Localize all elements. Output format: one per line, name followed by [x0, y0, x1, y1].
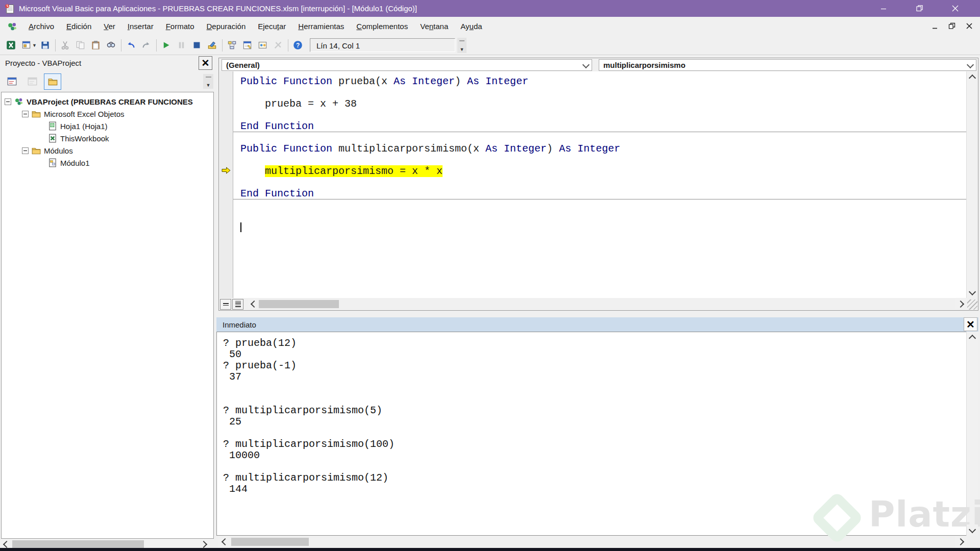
- procedure-view-button[interactable]: [220, 299, 231, 310]
- menubar-project-icon: [7, 21, 17, 32]
- immediate-line: [223, 383, 966, 394]
- window-close-icon[interactable]: [943, 0, 967, 17]
- menu-item-ventana[interactable]: Ventana: [414, 19, 454, 34]
- immediate-hscrollbar[interactable]: [216, 536, 967, 548]
- menu-item-herramientas[interactable]: Herramientas: [292, 19, 350, 34]
- scroll-right-icon[interactable]: [955, 536, 967, 547]
- project-explorer-button[interactable]: [225, 38, 239, 53]
- tree-item-label: Módulos: [44, 146, 73, 155]
- run-button[interactable]: [159, 38, 174, 53]
- worksheet-icon: [48, 121, 57, 131]
- immediate-close-icon[interactable]: ✕: [964, 317, 977, 331]
- menu-item-complementos[interactable]: Complementos: [350, 19, 414, 34]
- immediate-vscrollbar[interactable]: [966, 332, 978, 536]
- save-button[interactable]: [38, 38, 53, 53]
- toolbox-button[interactable]: [271, 38, 285, 53]
- folder-icon: [32, 146, 41, 155]
- toolbar-separator: [288, 39, 288, 52]
- document-minimize-icon[interactable]: [927, 19, 942, 33]
- scrollbar-thumb[interactable]: [12, 540, 144, 548]
- menu-item-edicion[interactable]: Edición: [60, 19, 97, 34]
- design-mode-button[interactable]: [205, 38, 219, 53]
- menu-item-ayuda[interactable]: Ayuda: [454, 19, 488, 34]
- collapse-minus-icon[interactable]: [22, 147, 29, 154]
- resize-grip[interactable]: [967, 299, 977, 310]
- view-object-button[interactable]: [23, 73, 41, 90]
- immediate-line: 25: [223, 416, 966, 428]
- menu-item-ejecutar[interactable]: Ejecutar: [252, 19, 292, 34]
- scroll-left-icon[interactable]: [248, 298, 259, 310]
- full-module-view-button[interactable]: [232, 299, 243, 310]
- module-icon: [48, 158, 57, 167]
- scroll-up-icon[interactable]: [967, 332, 978, 343]
- window-minimize-icon[interactable]: [872, 0, 895, 17]
- collapse-minus-icon[interactable]: [5, 98, 11, 105]
- project-panel-options-dropdown[interactable]: ▼: [203, 74, 213, 89]
- run-icon: [161, 40, 171, 50]
- tree-item-microsoft-excel-objetos[interactable]: Microsoft Excel Objetos: [2, 108, 213, 120]
- menu-item-insertar[interactable]: Insertar: [121, 19, 160, 34]
- scroll-down-icon[interactable]: [967, 287, 978, 298]
- window-restore-icon[interactable]: [908, 0, 931, 17]
- paste-button[interactable]: [89, 38, 103, 53]
- scrollbar-thumb[interactable]: [231, 538, 309, 546]
- tree-item-thisworkbook[interactable]: ThisWorkbook: [2, 132, 213, 144]
- insert-userform-button[interactable]: [19, 38, 33, 53]
- tree-item-modulo1[interactable]: Módulo1: [2, 157, 213, 169]
- code-vscrollbar[interactable]: [966, 71, 978, 298]
- view-object-icon: [28, 77, 37, 86]
- toolbar-options-dropdown[interactable]: ▼: [457, 38, 467, 53]
- folder-icon: [32, 109, 41, 118]
- insert-dropdown-caret-icon[interactable]: ▼: [32, 43, 37, 48]
- properties-window-button[interactable]: [240, 38, 255, 53]
- tree-item-vbaproject-pruebras-crear-funciones[interactable]: VBAProject (PRUEBRAS CREAR FUNCIONES: [2, 95, 213, 108]
- menu-item-archivo[interactable]: Archivo: [22, 19, 60, 34]
- object-dropdown[interactable]: (General): [222, 59, 592, 71]
- margin-indicator-bar[interactable]: [219, 71, 233, 298]
- document-restore-icon[interactable]: [944, 19, 960, 33]
- immediate-line: [223, 428, 966, 439]
- view-code-button[interactable]: [3, 73, 20, 90]
- project-panel-toolbar: ▼: [0, 71, 215, 92]
- menu-item-ver[interactable]: Ver: [97, 19, 121, 34]
- excel-button[interactable]: [4, 38, 18, 53]
- scroll-right-icon[interactable]: [955, 298, 967, 310]
- code-editor[interactable]: Public Function prueba(x As Integer) As …: [233, 71, 966, 298]
- tree-item-hoja1-hoja1-[interactable]: Hoja1 (Hoja1): [2, 120, 213, 132]
- immediate-line: 144: [223, 484, 966, 495]
- procedure-dropdown-value: multiplicarporsimismo: [603, 61, 685, 69]
- project-panel-close-icon[interactable]: ✕: [199, 56, 212, 70]
- redo-button[interactable]: [139, 38, 154, 53]
- scroll-down-icon[interactable]: [967, 524, 978, 536]
- break-button[interactable]: [175, 38, 189, 53]
- tree-item-modulos[interactable]: Módulos: [2, 144, 213, 157]
- toggle-folders-button[interactable]: [44, 73, 61, 90]
- code-hscrollbar[interactable]: [219, 298, 978, 310]
- undo-button[interactable]: [124, 38, 138, 53]
- menu-item-depuracion[interactable]: Depuración: [201, 19, 252, 34]
- code-line: multiplicarporsimismo = x * x: [240, 166, 966, 177]
- code-window: (General) multiplicarporsimismo Public F…: [218, 58, 978, 311]
- paste-icon: [91, 40, 101, 50]
- collapse-minus-icon[interactable]: [22, 111, 29, 117]
- object-browser-button[interactable]: [256, 38, 270, 53]
- code-line: [240, 132, 966, 143]
- procedure-dropdown[interactable]: multiplicarporsimismo: [599, 59, 976, 71]
- scroll-up-icon[interactable]: [967, 71, 978, 83]
- tree-item-label: Hoja1 (Hoja1): [60, 122, 108, 131]
- document-close-icon[interactable]: [962, 19, 977, 33]
- menu-item-formato[interactable]: Formato: [160, 19, 201, 34]
- cut-button[interactable]: [58, 38, 72, 53]
- immediate-input-area[interactable]: ? prueba(12) 50? prueba(-1) 37? multipli…: [216, 332, 967, 536]
- copy-button[interactable]: [74, 38, 88, 53]
- vba-editor-window: Microsoft Visual Basic para Aplicaciones…: [0, 0, 980, 551]
- code-line: [240, 222, 966, 233]
- scroll-left-icon[interactable]: [218, 536, 230, 547]
- help-button[interactable]: ?: [291, 38, 305, 53]
- reset-button[interactable]: [190, 38, 204, 53]
- scrollbar-thumb[interactable]: [259, 300, 339, 308]
- find-button[interactable]: [104, 38, 118, 53]
- tree-item-label: VBAProject (PRUEBRAS CREAR FUNCIONES: [27, 97, 193, 106]
- toolbar-separator: [156, 39, 157, 52]
- code-line: [240, 177, 966, 188]
